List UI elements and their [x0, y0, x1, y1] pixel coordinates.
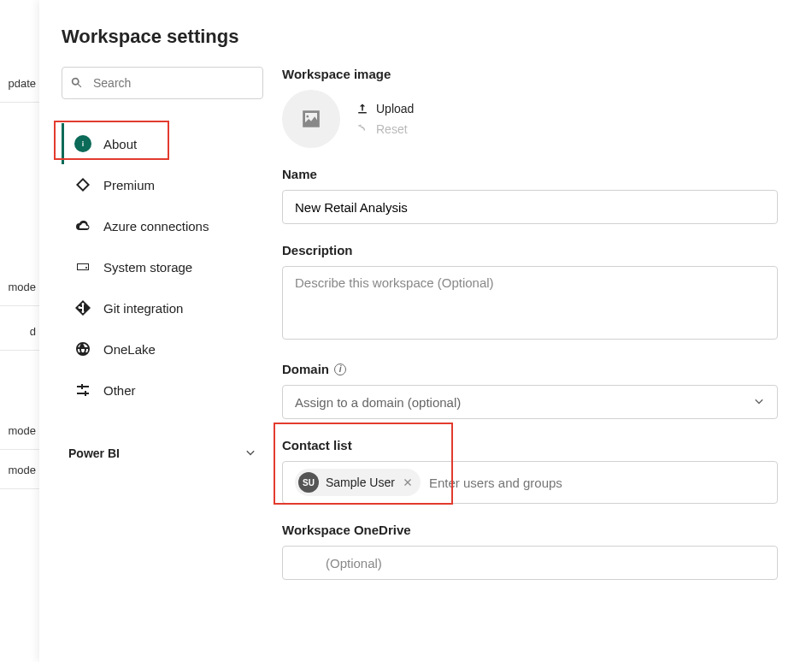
- contact-search-input[interactable]: [429, 476, 765, 490]
- contact-chip[interactable]: SU Sample User: [295, 469, 421, 496]
- chevron-down-icon: [244, 447, 256, 459]
- onedrive-input[interactable]: [282, 546, 778, 580]
- label-domain: Domain: [282, 362, 329, 376]
- close-icon[interactable]: [402, 476, 414, 488]
- storage-icon: [74, 258, 91, 275]
- diamond-icon: [74, 176, 91, 193]
- section-workspace-image: Workspace image Upload Reset: [282, 67, 778, 148]
- search-icon: [70, 76, 84, 90]
- sidebar-item-about[interactable]: About: [62, 123, 263, 164]
- background-column: pdatemodedmodemode: [0, 0, 39, 662]
- background-row: mode: [0, 452, 39, 489]
- chevron-down-icon: [753, 396, 765, 408]
- settings-panel: Workspace settings AboutPremiumAzure con…: [39, 0, 812, 662]
- sidebar-item-git[interactable]: Git integration: [62, 287, 263, 328]
- sliders-icon: [74, 381, 91, 399]
- upload-button[interactable]: Upload: [356, 102, 414, 115]
- section-contact-list: Contact list SU Sample User: [282, 438, 778, 504]
- sidebar-item-premium[interactable]: Premium: [62, 164, 263, 205]
- cloud-icon: [74, 217, 91, 234]
- sidebar-item-label: Git integration: [103, 301, 183, 316]
- domain-placeholder: Assign to a domain (optional): [295, 395, 461, 410]
- section-name: Name: [282, 167, 778, 224]
- sidebar-expander-powerbi[interactable]: Power BI: [62, 434, 263, 472]
- search-input[interactable]: [62, 67, 263, 99]
- section-onedrive: Workspace OneDrive: [282, 523, 778, 580]
- sidebar-item-onelake[interactable]: OneLake: [62, 328, 263, 369]
- sidebar-item-storage[interactable]: System storage: [62, 246, 263, 287]
- name-input[interactable]: [282, 190, 778, 224]
- label-onedrive: Workspace OneDrive: [282, 523, 778, 537]
- label-contact-list: Contact list: [282, 438, 778, 452]
- sidebar-item-label: OneLake: [103, 342, 156, 357]
- section-domain: Domain i Assign to a domain (optional): [282, 362, 778, 419]
- sidebar-item-label: Azure connections: [103, 219, 209, 233]
- sidebar-item-azure[interactable]: Azure connections: [62, 205, 263, 246]
- background-row: mode: [0, 269, 39, 306]
- domain-select[interactable]: Assign to a domain (optional): [282, 385, 778, 419]
- git-icon: [74, 299, 91, 316]
- background-row: d: [0, 313, 39, 351]
- info-icon: [74, 135, 91, 152]
- image-placeholder[interactable]: [282, 90, 340, 148]
- description-textarea[interactable]: [282, 266, 778, 340]
- contact-chip-name: Sample User: [326, 476, 395, 489]
- section-description: Description: [282, 243, 778, 343]
- reset-button: Reset: [356, 122, 414, 136]
- undo-icon: [356, 122, 369, 136]
- avatar: SU: [298, 472, 319, 493]
- label-description: Description: [282, 243, 778, 257]
- image-icon: [299, 107, 323, 131]
- sidebar: AboutPremiumAzure connectionsSystem stor…: [62, 67, 263, 472]
- globe-icon: [74, 340, 91, 358]
- contact-list-input[interactable]: SU Sample User: [282, 461, 778, 504]
- sidebar-item-label: System storage: [103, 260, 192, 275]
- background-row: mode: [0, 412, 39, 450]
- label-name: Name: [282, 167, 778, 181]
- sidebar-item-other[interactable]: Other: [62, 369, 263, 411]
- background-row: pdate: [0, 65, 39, 103]
- expander-label: Power BI: [68, 446, 120, 460]
- sidebar-item-label: Premium: [103, 178, 155, 192]
- upload-icon: [356, 102, 369, 115]
- label-workspace-image: Workspace image: [282, 67, 778, 81]
- content-area: Workspace image Upload Reset: [282, 67, 778, 599]
- sidebar-item-label: Other: [103, 383, 136, 398]
- info-icon[interactable]: i: [334, 364, 346, 375]
- sidebar-nav: AboutPremiumAzure connectionsSystem stor…: [62, 123, 263, 411]
- sidebar-item-label: About: [103, 137, 137, 151]
- page-title: Workspace settings: [62, 26, 778, 48]
